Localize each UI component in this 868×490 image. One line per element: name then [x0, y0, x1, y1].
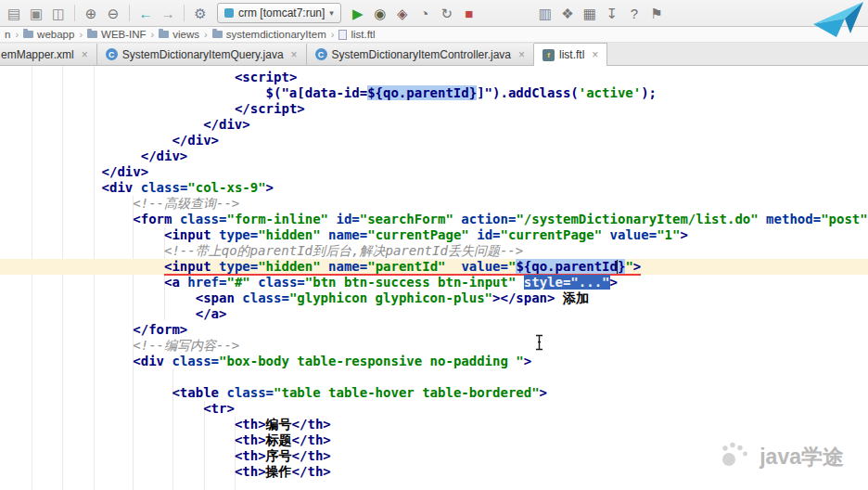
code-lines: <script> $("a[data-id=${qo.parentId}]").… — [0, 66, 868, 480]
breadcrumb-label: webapp — [37, 29, 74, 40]
breadcrumb-item[interactable]: n — [3, 29, 12, 40]
editor-tabs: emMapper.xml×CSystemDictionaryItemQuery.… — [0, 43, 868, 66]
stop-icon[interactable]: ■ — [458, 3, 480, 23]
error-underline: <input type="hidden" name="parentId" val… — [164, 259, 641, 276]
breadcrumb-item[interactable]: list.ftl — [337, 29, 377, 40]
main-toolbar: ▤▣◫⊕⊖←→⚙crm [tomcat7:run]▾▶◉◈◔↻■▥❖▦↧?⚑ — [0, 0, 868, 27]
chevron-right-icon: › — [331, 29, 335, 40]
toolbar-separator — [184, 5, 185, 21]
close-icon[interactable]: × — [82, 48, 88, 61]
folder-icon — [159, 31, 169, 38]
debug-icon[interactable]: ◉ — [369, 3, 391, 23]
watermark-logo — [720, 440, 751, 473]
code-line[interactable]: <table class="table table-hover table-bo… — [0, 385, 868, 401]
code-line[interactable]: <th>编号</th> — [0, 417, 868, 432]
code-line[interactable]: $("a[data-id=${qo.parentId}]").addClass(… — [0, 85, 868, 101]
mouse-cursor-ibeam — [534, 334, 544, 354]
run-config-label: crm [tomcat7:run] — [238, 6, 325, 19]
chevron-down-icon: ▾ — [329, 8, 334, 18]
tab-label: SystemDictionaryItemQuery.java — [122, 48, 284, 61]
breadcrumb-item[interactable]: systemdictionaryItem — [211, 29, 328, 40]
code-line[interactable] — [0, 369, 868, 385]
build-icon[interactable]: ⚙ — [189, 3, 211, 23]
editor-tab[interactable]: CSystemDictionaryItemQuery.java× — [97, 44, 307, 65]
close-icon[interactable]: × — [291, 48, 298, 61]
rerun-icon[interactable]: ↻ — [436, 3, 458, 23]
code-line[interactable]: <!--带上qo的parentId到后台,解决parentId丢失问题--> — [0, 243, 868, 259]
code-line[interactable]: </div> — [0, 164, 868, 180]
breadcrumb-label: WEB-INF — [101, 29, 147, 40]
toolbar-separator — [74, 5, 75, 21]
breadcrumb-label: views — [172, 29, 199, 40]
code-line[interactable]: <!--编写内容--> — [0, 338, 868, 354]
chevron-right-icon: › — [79, 29, 83, 40]
zoom-out-icon[interactable]: ⊖ — [102, 3, 124, 23]
forward-icon[interactable]: → — [157, 3, 179, 23]
code-editor[interactable]: <script> $("a[data-id=${qo.parentId}]").… — [0, 66, 868, 490]
folder-icon — [23, 31, 33, 38]
tab-label: emMapper.xml — [1, 48, 74, 61]
class-icon: C — [315, 48, 327, 60]
code-line[interactable]: </script> — [0, 101, 868, 117]
editor-tab[interactable]: flist.ftl× — [534, 43, 607, 66]
update-icon[interactable]: ↧ — [601, 3, 623, 23]
paper-plane-icon — [809, 0, 866, 39]
code-line[interactable]: <tr> — [0, 401, 868, 417]
folder-icon — [87, 31, 97, 38]
file-icon — [338, 30, 347, 40]
code-line[interactable]: <input type="hidden" name="currentPage" … — [0, 227, 868, 243]
watermark-text: java学途 — [760, 443, 844, 471]
editor-tab[interactable]: emMapper.xml× — [0, 44, 97, 65]
toolbar-separator — [129, 5, 130, 21]
tomcat-icon — [224, 8, 234, 18]
tab-label: SystemDictionaryItemController.java — [332, 48, 511, 61]
paste-icon[interactable]: ▤ — [3, 3, 25, 23]
run-config-selector[interactable]: crm [tomcat7:run]▾ — [217, 3, 341, 23]
breadcrumb-item[interactable]: WEB-INF — [85, 29, 148, 40]
package-icon[interactable]: ▦ — [579, 3, 601, 23]
coverage-icon[interactable]: ◈ — [391, 3, 414, 23]
code-line[interactable]: <span class="glyphicon glyphicon-plus"><… — [0, 290, 868, 306]
breadcrumb: n›webapp›WEB-INF›views›systemdictionaryI… — [0, 27, 868, 43]
breadcrumb-label: systemdictionaryItem — [226, 29, 326, 40]
help-icon[interactable]: ? — [623, 3, 645, 23]
clipboard-history-icon[interactable]: ◫ — [47, 3, 70, 23]
analyze-icon[interactable]: ▥ — [534, 3, 556, 23]
chevron-right-icon: › — [15, 29, 19, 40]
class-icon: C — [106, 48, 118, 60]
code-line[interactable]: <input type="hidden" name="parentId" val… — [0, 259, 868, 275]
profiler-icon[interactable]: ◔ — [414, 3, 436, 23]
code-line[interactable]: </div> — [0, 133, 868, 148]
back-icon[interactable]: ← — [134, 3, 157, 23]
chevron-right-icon: › — [151, 29, 155, 40]
close-icon[interactable]: × — [592, 48, 598, 61]
flag-icon[interactable]: ⚑ — [645, 3, 668, 23]
code-line[interactable]: <div class="col-xs-9"> — [0, 180, 868, 196]
code-line[interactable]: <a href="#" class="btn btn-success btn-i… — [0, 275, 868, 290]
code-line[interactable]: <!--高级查询--> — [0, 196, 868, 212]
plugin-icon[interactable]: ❖ — [556, 3, 579, 23]
code-line[interactable]: <form class="form-inline" id="searchForm… — [0, 212, 868, 227]
chevron-right-icon: › — [204, 29, 208, 40]
editor-tab[interactable]: CSystemDictionaryItemController.java× — [307, 44, 534, 65]
code-line[interactable]: <div class="box-body table-responsive no… — [0, 354, 868, 369]
zoom-in-icon[interactable]: ⊕ — [80, 3, 102, 23]
breadcrumb-label: n — [5, 29, 10, 40]
run-icon[interactable]: ▶ — [347, 3, 369, 23]
breadcrumb-item[interactable]: views — [157, 29, 201, 40]
code-line[interactable]: </a> — [0, 306, 868, 322]
ftl-file-icon: f — [542, 49, 555, 61]
code-line[interactable]: </div> — [0, 148, 868, 164]
brand-logo — [809, 0, 866, 39]
code-line[interactable]: <script> — [0, 70, 868, 85]
watermark: java学途 — [720, 440, 844, 473]
copy-icon[interactable]: ▣ — [25, 3, 47, 23]
breadcrumb-item[interactable]: webapp — [21, 29, 76, 40]
breadcrumb-label: list.ftl — [351, 29, 375, 40]
code-line[interactable]: </form> — [0, 322, 868, 338]
close-icon[interactable]: × — [518, 48, 525, 61]
folder-icon — [212, 31, 223, 38]
tab-label: list.ftl — [559, 48, 584, 61]
code-line[interactable]: </div> — [0, 117, 868, 133]
